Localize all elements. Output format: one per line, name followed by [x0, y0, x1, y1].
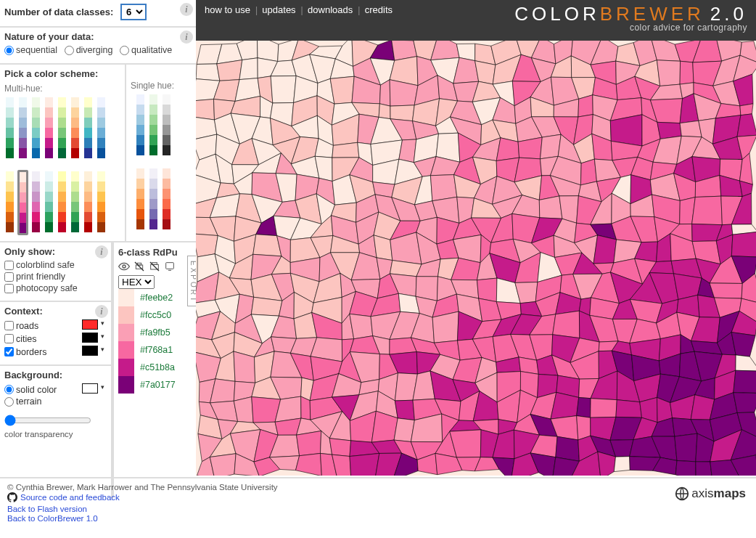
github-icon	[7, 492, 17, 502]
num-classes-label: Number of data classes:	[4, 7, 113, 17]
svg-marker-359	[477, 278, 498, 302]
bg-solid[interactable]: solid color	[4, 385, 57, 395]
svg-marker-512	[734, 370, 756, 393]
scheme-name: 6-class RdPu	[118, 247, 192, 258]
svg-marker-533	[591, 399, 617, 418]
cities-color-swatch[interactable]	[82, 333, 98, 343]
borders-color-swatch[interactable]	[82, 346, 98, 356]
copier-disabled-icon	[149, 261, 160, 272]
scheme-ramp[interactable]	[70, 96, 81, 160]
info-icon[interactable]: i	[180, 30, 193, 44]
scheme-ramp[interactable]	[17, 170, 28, 235]
single-hue-ramps-row2	[126, 167, 196, 237]
nature-qualitative[interactable]: qualitative	[120, 45, 172, 55]
map-preview[interactable]	[196, 41, 756, 476]
svg-marker-532	[577, 397, 591, 417]
bg-terrain[interactable]: terrain	[4, 396, 41, 407]
svg-point-0	[123, 265, 126, 268]
scheme-ramp[interactable]	[148, 93, 159, 157]
svg-marker-37	[196, 64, 220, 81]
only-show-label: Only show:	[4, 246, 107, 257]
svg-marker-196	[580, 159, 596, 185]
svg-marker-598	[210, 454, 236, 476]
svg-marker-112	[578, 95, 593, 117]
multi-hue-label: Multi-hue:	[4, 82, 120, 96]
nature-diverging[interactable]: diverging	[65, 45, 113, 55]
svg-marker-371	[710, 283, 742, 298]
svg-marker-39	[239, 58, 258, 80]
v1-link[interactable]: Back to ColorBrewer 1.0	[7, 514, 749, 523]
info-icon[interactable]: i	[180, 3, 193, 16]
filter-photocopy[interactable]: photocopy safe	[4, 283, 107, 293]
scheme-ramp[interactable]	[70, 170, 81, 235]
printer-disabled-icon	[133, 261, 145, 272]
github-link[interactable]: Source code and feedback	[7, 492, 120, 502]
color-row[interactable]: #f768a1	[118, 341, 192, 359]
svg-marker-309	[593, 235, 617, 264]
scheme-ramp[interactable]	[96, 96, 107, 160]
svg-marker-574	[297, 431, 321, 456]
svg-marker-258	[692, 196, 723, 225]
num-classes-select[interactable]: 6	[120, 4, 147, 20]
svg-marker-316	[731, 232, 756, 257]
nav-credits[interactable]: credits	[365, 4, 393, 15]
scheme-ramp[interactable]	[96, 170, 107, 235]
scheme-ramp[interactable]	[44, 170, 54, 235]
format-select[interactable]: HEX	[118, 275, 155, 289]
info-icon[interactable]: i	[95, 245, 108, 258]
scheme-ramp[interactable]	[148, 167, 159, 231]
color-row[interactable]: #7a0177	[118, 376, 192, 394]
roads-color-swatch[interactable]	[82, 319, 98, 330]
svg-marker-217	[430, 175, 456, 201]
nature-sequential[interactable]: sequential	[4, 45, 57, 55]
scheme-ramp[interactable]	[83, 96, 94, 160]
scheme-ramp[interactable]	[161, 93, 172, 157]
scheme-ramp[interactable]	[4, 170, 15, 235]
nav-updates[interactable]: updates	[262, 4, 295, 15]
svg-marker-164	[496, 138, 519, 161]
context-borders[interactable]: borders	[4, 347, 46, 357]
filter-colorblind[interactable]: colorblind safe	[4, 260, 107, 270]
bg-color-swatch[interactable]	[82, 383, 98, 394]
svg-marker-523	[395, 400, 414, 420]
axismaps-logo[interactable]: axismaps	[674, 486, 746, 502]
svg-marker-534	[616, 400, 642, 418]
color-list: #feebe2#fcc5c0#fa9fb5#f768a1#c51b8a#7a01…	[118, 289, 192, 394]
scheme-ramp[interactable]	[57, 170, 67, 235]
svg-marker-540	[734, 393, 756, 413]
transparency-slider[interactable]	[4, 415, 91, 426]
color-row[interactable]: #fa9fb5	[118, 324, 192, 341]
flash-link[interactable]: Back to Flash version	[7, 505, 749, 513]
background-label: Background:	[4, 370, 107, 380]
globe-icon	[674, 486, 690, 502]
color-row[interactable]: #feebe2	[118, 289, 192, 306]
scheme-ramp[interactable]	[57, 96, 67, 160]
color-row[interactable]: #fcc5c0	[118, 306, 192, 324]
color-row[interactable]: #c51b8a	[118, 359, 192, 376]
scheme-ramp[interactable]	[30, 96, 41, 160]
scheme-ramp[interactable]	[44, 96, 54, 160]
info-icon[interactable]: i	[95, 305, 108, 318]
scheme-ramp[interactable]	[135, 93, 146, 157]
filter-print[interactable]: print friendly	[4, 272, 107, 282]
context-cities[interactable]: cities	[4, 334, 36, 344]
scheme-ramp[interactable]	[4, 96, 15, 160]
screen-icon	[164, 261, 176, 272]
svg-marker-72	[330, 76, 354, 104]
transparency-label: color transparency	[4, 430, 107, 439]
scheme-ramp[interactable]	[30, 170, 41, 235]
scheme-ramp[interactable]	[161, 167, 172, 231]
nav-downloads[interactable]: downloads	[308, 4, 353, 15]
svg-rect-7	[166, 262, 174, 269]
multi-hue-ramps-row2	[0, 170, 125, 241]
scheme-ramp[interactable]	[83, 170, 94, 235]
scheme-ramp[interactable]	[17, 96, 28, 160]
scheme-ramp[interactable]	[135, 167, 146, 231]
context-roads[interactable]: roads	[4, 321, 38, 331]
nav-how-to-use[interactable]: how to use	[205, 4, 250, 15]
svg-marker-419	[553, 311, 580, 338]
svg-marker-93	[196, 99, 215, 120]
svg-marker-103	[390, 105, 414, 121]
svg-marker-102	[379, 104, 390, 119]
svg-marker-250	[539, 196, 562, 219]
